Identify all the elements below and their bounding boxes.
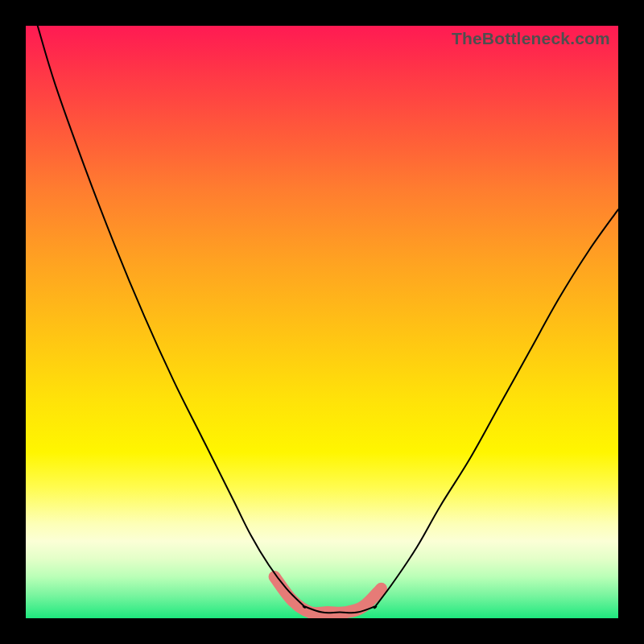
chart-plot-area: TheBottleneck.com [26,26,618,618]
bottleneck-curve [38,26,618,613]
chart-svg [26,26,618,618]
trough-highlight-band [275,577,382,613]
